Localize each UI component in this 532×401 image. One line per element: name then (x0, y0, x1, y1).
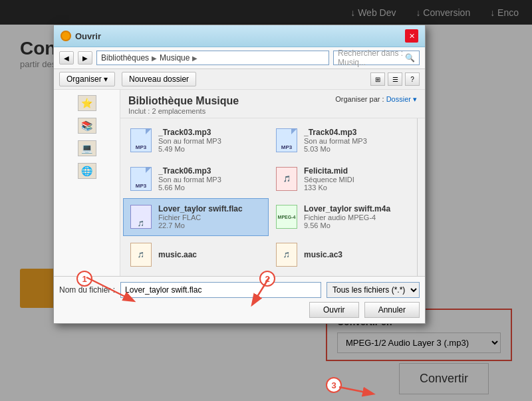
file-item[interactable]: 🎵 Lover_taylor swift.flac Fichier FLAC 2… (123, 198, 269, 237)
sidebar-item-libraries[interactable]: 📚 (55, 115, 118, 136)
dialog-files-area: Bibliothèque Musique Inclut : 2 emplacem… (120, 90, 425, 276)
file-size: 5.49 Mo (158, 145, 263, 153)
sidebar-item-network[interactable]: 🌐 (55, 160, 118, 182)
forward-button[interactable]: ▶ (78, 51, 92, 65)
file-type: Son au format MP3 (158, 176, 263, 184)
toolbar-icons: ⊞ ☰ ? (370, 72, 420, 86)
dialog-body: ⭐ 📚 💻 🌐 Bibliothèque Musique Inclut : 2 … (54, 90, 425, 276)
search-icon: 🔍 (405, 53, 415, 63)
file-item[interactable]: MPEG-4 Lover_taylor swift.m4a Fichier au… (269, 198, 414, 237)
file-item[interactable]: 🎵 music.ac3 (269, 236, 414, 273)
sidebar-item-computer[interactable]: 💻 (55, 138, 118, 159)
back-button[interactable]: ◀ (59, 51, 74, 65)
file-name: Lover_taylor swift.flac (158, 204, 263, 213)
library-title: Bibliothèque Musique (128, 95, 239, 107)
file-icon-wrapper: MPEG-4 (275, 205, 299, 229)
mp3-icon: MP3 (130, 167, 152, 191)
scrollbar[interactable] (417, 118, 425, 276)
organize-par: Organiser par : Dossier ▾ (335, 95, 417, 104)
library-subtitle: Inclut : 2 emplacements (128, 107, 239, 115)
nouveau-dossier-button[interactable]: Nouveau dossier (122, 72, 196, 86)
file-info: music.ac3 (304, 250, 408, 259)
file-name: _Track06.mp3 (158, 166, 263, 176)
address-part2: Musique (160, 53, 190, 63)
file-info: _Track06.mp3 Son au format MP3 5.66 Mo (158, 166, 263, 192)
filetype-select[interactable]: Tous les fichiers (*.*) (327, 282, 420, 298)
file-icon-wrapper: MP3 (129, 167, 153, 191)
file-item[interactable]: 🎵 music.aac (123, 236, 269, 273)
dialog-title-text: Ouvrir (75, 31, 101, 41)
file-icon-wrapper: 🎵 (275, 167, 299, 191)
file-name: Lover_taylor swift.m4a (304, 204, 408, 213)
file-name: Felicita.mid (304, 166, 408, 176)
mid-icon: 🎵 (276, 167, 297, 191)
file-size: 133 Ko (304, 184, 408, 192)
search-box[interactable]: Rechercher dans : Musiq... 🔍 (333, 51, 420, 65)
file-info: _Track03.mp3 Son au format MP3 5.49 Mo (158, 128, 263, 153)
file-type: Séquence MIDI (304, 176, 408, 184)
file-name: music.aac (158, 250, 263, 259)
filename-input[interactable] (120, 282, 321, 298)
address-arrow2: ▶ (192, 55, 198, 62)
file-size: 5.66 Mo (158, 184, 263, 192)
audio-icon: 🎵 (276, 243, 297, 267)
library-header: Bibliothèque Musique Inclut : 2 emplacem… (120, 90, 425, 118)
address-path[interactable]: Bibliothèques ▶ Musique ▶ (96, 51, 329, 65)
dialog-actions: Ouvrir Annuler (59, 302, 420, 318)
library-info: Bibliothèque Musique Inclut : 2 emplacem… (128, 95, 239, 115)
file-icon-wrapper: MP3 (275, 128, 299, 152)
dossier-link[interactable]: Dossier ▾ (386, 95, 417, 103)
dialog-app-icon (61, 31, 71, 41)
file-name: _Track03.mp3 (158, 128, 263, 137)
file-item[interactable]: MP3 _Track04.mp3 Son au format MP3 5.03 … (269, 121, 414, 160)
dialog-close-button[interactable]: ✕ (405, 29, 418, 43)
file-info: Lover_taylor swift.m4a Fichier audio MPE… (304, 204, 408, 229)
dialog-cancel-button[interactable]: Annuler (364, 302, 420, 318)
search-placeholder: Rechercher dans : Musiq... (338, 49, 405, 67)
file-item[interactable]: MP3 _Track06.mp3 Son au format MP3 5.66 … (123, 160, 269, 198)
mpeg4-icon: MPEG-4 (276, 205, 297, 229)
file-type: Fichier FLAC (158, 213, 263, 221)
file-icon-wrapper: 🎵 (275, 243, 299, 267)
help-icon[interactable]: ? (405, 72, 420, 86)
address-part1: Bibliothèques (101, 53, 149, 63)
file-item[interactable]: 🎵 Felicita.mid Séquence MIDI 133 Ko (269, 160, 414, 198)
flac-icon: 🎵 (130, 205, 152, 229)
mp3-icon: MP3 (130, 128, 152, 152)
file-info: music.aac (158, 250, 263, 259)
file-icon-wrapper: 🎵 (129, 243, 153, 267)
file-info: _Track04.mp3 Son au format MP3 5.03 Mo (304, 128, 408, 153)
sidebar-item-favorites[interactable]: ⭐ (55, 92, 118, 114)
dialog-bottom: Nom du fichier : Tous les fichiers (*.*)… (54, 276, 425, 323)
dialog-addressbar: ◀ ▶ Bibliothèques ▶ Musique ▶ Rechercher… (54, 47, 425, 69)
dialog-title-left: Ouvrir (61, 31, 101, 41)
mp3-icon: MP3 (276, 128, 297, 152)
favorites-icon: ⭐ (78, 95, 96, 111)
address-arrow1: ▶ (152, 55, 157, 62)
filename-label: Nom du fichier : (59, 285, 115, 295)
computer-icon: 💻 (78, 140, 96, 156)
filename-row: Nom du fichier : Tous les fichiers (*.*) (59, 282, 420, 298)
organiser-button[interactable]: Organiser ▾ (59, 72, 115, 86)
file-type: Son au format MP3 (304, 137, 408, 145)
file-type: Fichier audio MPEG-4 (304, 213, 408, 221)
audio-icon: 🎵 (130, 243, 152, 267)
file-name: _Track04.mp3 (304, 128, 408, 137)
file-info: Felicita.mid Séquence MIDI 133 Ko (304, 166, 408, 192)
dialog-titlebar: Ouvrir ✕ (54, 25, 425, 47)
file-info: Lover_taylor swift.flac Fichier FLAC 22.… (158, 204, 263, 229)
file-name: music.ac3 (304, 250, 408, 259)
network-icon: 🌐 (78, 163, 96, 179)
file-type: Son au format MP3 (158, 137, 263, 145)
dialog-open-button[interactable]: Ouvrir (309, 302, 359, 318)
file-item[interactable]: MP3 _Track03.mp3 Son au format MP3 5.49 … (123, 121, 269, 160)
file-icon-wrapper: 🎵 (129, 205, 153, 229)
view-icon2[interactable]: ☰ (388, 72, 402, 86)
file-size: 5.03 Mo (304, 145, 408, 153)
dialog-toolbar: Organiser ▾ Nouveau dossier ⊞ ☰ ? (54, 69, 425, 90)
view-icon1[interactable]: ⊞ (370, 72, 385, 86)
file-size: 9.56 Mo (304, 221, 408, 229)
dialog-sidebar: ⭐ 📚 💻 🌐 (54, 90, 120, 276)
file-open-dialog: Ouvrir ✕ ◀ ▶ Bibliothèques ▶ Musique ▶ R… (53, 25, 426, 324)
file-grid: MP3 _Track03.mp3 Son au format MP3 5.49 … (120, 118, 417, 276)
